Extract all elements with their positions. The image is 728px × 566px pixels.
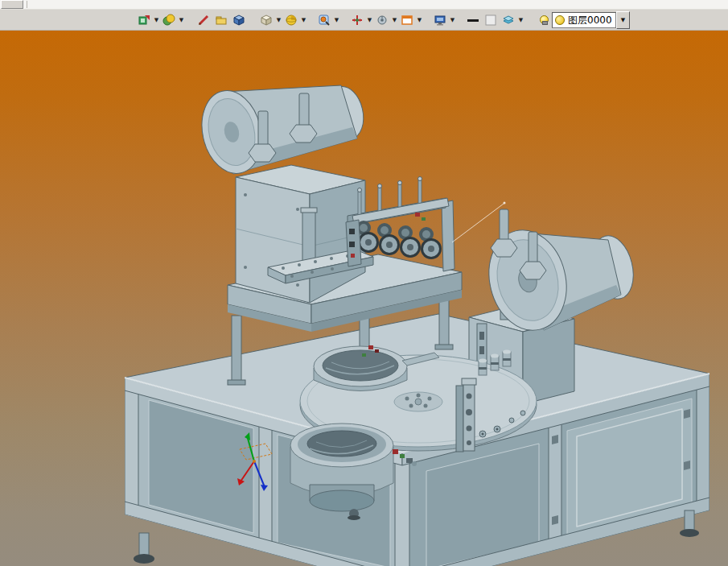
main-toolbar: ▼ ▼ ▼ ▼ ▼ ▼ ▼ ▼ ▼ <box>0 10 728 31</box>
sphere-primitive-icon[interactable] <box>282 11 300 29</box>
snapshot-icon[interactable] <box>135 11 153 29</box>
zoom-view-icon[interactable] <box>315 11 333 29</box>
blue-cube-icon[interactable] <box>230 11 248 29</box>
render-style-dropdown-arrow[interactable]: ▼ <box>178 12 185 28</box>
move-object-icon[interactable] <box>348 11 366 29</box>
layer-visibility-button[interactable] <box>536 12 552 28</box>
folder-icon[interactable] <box>212 11 230 29</box>
window-style-icon[interactable] <box>398 11 416 29</box>
machine-model <box>0 31 728 566</box>
move-object-dropdown-arrow[interactable]: ▼ <box>366 12 373 28</box>
sphere-primitive-dropdown-arrow[interactable]: ▼ <box>300 12 307 28</box>
snapshot-dropdown-arrow[interactable]: ▼ <box>153 12 160 28</box>
selection-highlight-line <box>452 202 506 243</box>
layer-color-ball-icon <box>555 15 565 25</box>
menu-divider <box>27 1 29 8</box>
layers-dropdown-arrow[interactable]: ▼ <box>517 12 524 28</box>
toolbar-drag-handle[interactable] <box>1 0 23 9</box>
layers-icon[interactable] <box>500 11 517 29</box>
orient-tool-icon[interactable] <box>373 11 391 29</box>
window-style-dropdown-arrow[interactable]: ▼ <box>416 12 423 28</box>
menu-strip <box>0 0 728 10</box>
block-primitive-icon[interactable] <box>257 11 275 29</box>
3d-viewport[interactable] <box>0 31 728 566</box>
measure-pencil-icon[interactable] <box>195 11 212 29</box>
block-primitive-dropdown-arrow[interactable]: ▼ <box>275 12 282 28</box>
orient-tool-dropdown-arrow[interactable]: ▼ <box>391 12 398 28</box>
layer-combo-value: 图层0000 <box>568 13 612 27</box>
zoom-view-dropdown-arrow[interactable]: ▼ <box>333 12 340 28</box>
line-width-icon[interactable] <box>464 11 482 29</box>
render-style-icon[interactable] <box>160 11 178 29</box>
display-monitor-dropdown-arrow[interactable]: ▼ <box>449 12 456 28</box>
layer-combo[interactable]: 图层0000 <box>552 12 616 28</box>
blank-swatch-icon[interactable] <box>482 11 500 29</box>
display-monitor-icon[interactable] <box>431 11 449 29</box>
layer-combo-dropdown-arrow[interactable]: ▼ <box>616 11 630 29</box>
lightbulb-icon <box>540 15 548 25</box>
